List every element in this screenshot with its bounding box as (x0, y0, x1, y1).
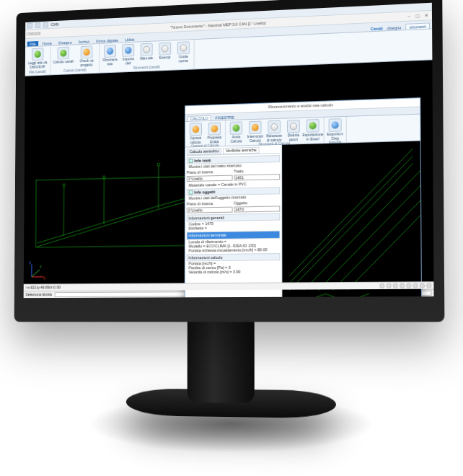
dialog-3d-viewer[interactable] (282, 141, 421, 299)
btn-relazione[interactable]: Relazione di calcolo (265, 120, 283, 143)
btn-distinta[interactable]: Distinta pezzi (285, 120, 302, 142)
info-oggetti-sub: Mostra i dati dell'oggetto ricercato (187, 195, 280, 201)
btn-rinumera-rete[interactable]: Rinumera rete (102, 45, 118, 66)
guides-icon (177, 41, 190, 54)
svg-text:Z: Z (29, 261, 31, 265)
lbl-oggetto: Oggetto (234, 200, 280, 206)
context-group: Canali (371, 26, 383, 31)
qat-undo-icon[interactable] (35, 22, 40, 28)
maximize-icon[interactable]: ▢ (414, 13, 421, 19)
btn-checkup-progetto[interactable]: Check up progetto (76, 45, 97, 67)
import-data-icon (122, 44, 134, 57)
tool-dot-icon[interactable] (393, 283, 398, 288)
btn-guide-norme[interactable]: Guide norme (175, 41, 192, 63)
row-etichetta: Etichetta = (187, 225, 281, 231)
tab-file[interactable]: File (27, 41, 38, 46)
tool-dot-icon[interactable] (426, 283, 431, 288)
fld-oggetto[interactable]: 1470 (234, 206, 280, 213)
lbl-piano-ogg: Piano di ricerca (187, 201, 232, 206)
btn-importa-dati[interactable]: Importa dati (120, 44, 136, 66)
axis-gizmo: X Z Y (27, 260, 48, 281)
svg-line-12 (32, 270, 40, 277)
svg-text:X: X (43, 277, 46, 281)
row-velocita: Velocità di calcolo [m/s] = 3.99 (187, 269, 281, 274)
dlg-tab-calcolo[interactable]: CALCOLO (188, 115, 211, 121)
btn-export-dwg[interactable]: Esporta in Dwg (327, 118, 344, 141)
command-prompt-label: Seleziona Entità (25, 293, 52, 297)
monitor-stand-neck (188, 312, 255, 403)
svg-line-18 (289, 149, 413, 276)
import-dwg-icon (32, 48, 43, 61)
ctx-tab-disegno[interactable]: disegno (384, 25, 405, 30)
btn-calcolo-canali[interactable]: Calcolo canali (53, 46, 74, 68)
props-icon (208, 122, 221, 135)
calc-icon (58, 47, 70, 60)
group-title-calcolo: Calcolo (canali) (53, 68, 97, 74)
info-icon (189, 159, 193, 163)
svg-line-17 (289, 156, 413, 283)
close-icon[interactable]: ✕ (423, 12, 431, 19)
qat-save-icon[interactable] (27, 23, 32, 29)
btn-leggi-rete[interactable]: Leggi rete da DWG/DXF (27, 48, 48, 69)
btn-manuale[interactable]: Manuale (138, 43, 155, 64)
dialog-title: Riconoscimento e analisi rete calcolo (268, 103, 333, 110)
svg-line-19 (304, 171, 421, 291)
minimize-icon[interactable]: – (405, 13, 413, 19)
btn-proprieta-entita[interactable]: Proprietà Entità (206, 122, 223, 144)
btn-interrompi-calcolo[interactable]: Interrompi Calcolo (247, 120, 263, 143)
svg-point-7 (102, 176, 105, 179)
tab-utilita[interactable]: Utilità (123, 37, 137, 43)
svg-point-8 (157, 163, 160, 166)
manual-icon (141, 43, 153, 56)
fld-piano-tratti[interactable]: 1°Livello (187, 175, 232, 182)
app-window: CAN CW0229 "Nuovo Documento" - Namirial … (24, 3, 434, 298)
btn-opzioni-calcolo[interactable]: Opzioni calcolo (188, 123, 204, 144)
info-tratti-note: Materiale canale = Canale in PVC (187, 181, 280, 188)
tool-dot-icon[interactable] (406, 283, 411, 288)
monitor-frame: CAN CW0229 "Nuovo Documento" - Namirial … (14, 0, 445, 322)
lbl-tratto: Tratto (234, 168, 280, 174)
tab-home[interactable]: Home (40, 40, 55, 46)
dlg-tab-finestre[interactable]: FINESTRE (213, 115, 237, 120)
tool-dot-icon[interactable] (420, 283, 425, 288)
renumber-icon (104, 45, 116, 58)
title-id: CW0229 (27, 31, 40, 36)
panel-tablist: Calcolo aeraulico Verifiche termiche (187, 146, 280, 156)
panel-tab-verifiche[interactable]: Verifiche termiche (223, 147, 259, 154)
monitor-mockup: CAN CW0229 "Nuovo Documento" - Namirial … (0, 0, 463, 476)
play-icon (230, 121, 243, 134)
viewer-status: >x:621/y:49.89/z:0.00 (25, 286, 61, 290)
cad-viewport[interactable]: X Z Y Riconoscimento e analisi rete calc… (24, 60, 434, 283)
tool-dot-icon[interactable] (379, 283, 384, 288)
ctx-tab-strumenti[interactable]: strumenti (406, 22, 430, 30)
properties-panel: Calcolo aeraulico Verifiche termiche Inf… (185, 145, 283, 298)
svg-line-21 (332, 200, 421, 291)
bom-icon (287, 120, 300, 133)
calc-dialog: Riconoscimento e analisi rete calcolo CA… (185, 97, 423, 298)
examples-icon (159, 42, 171, 55)
btn-avvia-calcolo[interactable]: Avvia Calcolo (228, 121, 244, 144)
checkup-icon (81, 45, 93, 58)
tab-archivi[interactable]: Archivi (76, 39, 92, 45)
qat-label: CAN (51, 22, 59, 27)
fld-tratto[interactable]: 1401 (234, 174, 280, 180)
fld-piano-ogg[interactable]: 1°Livello (187, 207, 232, 213)
btn-esempi[interactable]: Esempi (156, 42, 173, 63)
group-title-file: File (canali) (27, 69, 48, 74)
panel-tab-aeraulico[interactable]: Calcolo aeraulico (187, 148, 221, 155)
lbl-piano-tratti: Piano di ricerca (187, 169, 232, 175)
qat-redo-icon[interactable] (43, 22, 48, 27)
tab-disegno[interactable]: Disegno (56, 40, 74, 45)
tool-dot-icon[interactable] (413, 283, 418, 288)
tool-dot-icon[interactable] (400, 283, 405, 288)
report-icon (268, 120, 281, 134)
dlg-group-esporta: Esporta in Dwg Esporta (325, 117, 347, 143)
ribbon-group-file: Leggi rete da DWG/DXF File (canali) (25, 46, 51, 76)
stop-icon (249, 121, 262, 135)
ribbon-group-calcolo: Calcolo canali Check up progetto Calcolo… (50, 44, 100, 74)
context-title: Canali (371, 26, 383, 31)
tool-dot-icon[interactable] (386, 283, 391, 288)
btn-export-excel[interactable]: Esportazione in Excel (304, 119, 322, 141)
svg-text:Y: Y (40, 265, 43, 269)
dlg-group-strumenti: Avvia Calcolo Interrompi Calcolo Relazio… (226, 118, 325, 146)
